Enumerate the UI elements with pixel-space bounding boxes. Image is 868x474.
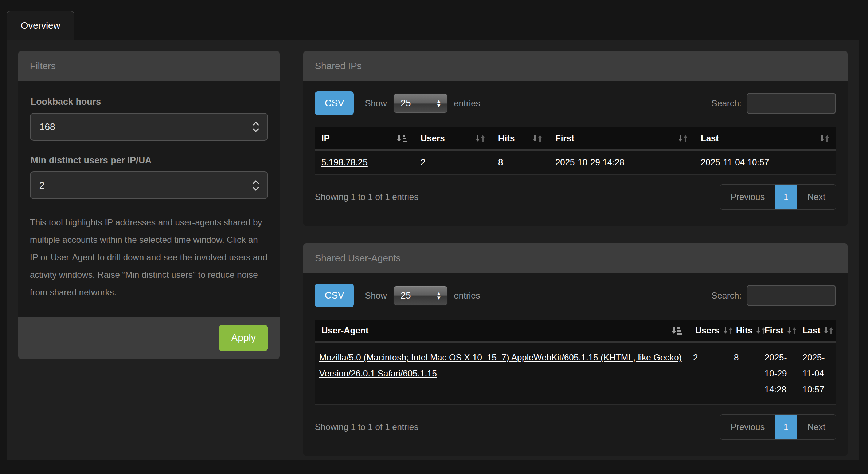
previous-button[interactable]: Previous	[720, 415, 775, 439]
lookback-hours-input[interactable]	[31, 121, 252, 133]
min-users-stepper[interactable]	[252, 180, 259, 191]
overview-panel: Filters Lookback hours Min distinct user…	[7, 40, 859, 460]
lookback-hours-stepper[interactable]	[252, 121, 259, 133]
col-header-last[interactable]: Last	[798, 320, 836, 342]
shared-uas-pagination: Previous 1 Next	[720, 414, 836, 440]
first-cell: 2025-10-29 14:28	[760, 342, 798, 404]
last-cell: 2025-11-04 10:57	[798, 342, 836, 404]
shared-uas-controls: CSV Show 25 ▲▼ entries Search:	[315, 284, 836, 307]
min-users-label: Min distinct users per IP/UA	[31, 155, 268, 166]
shared-ips-card-title: Shared IPs	[303, 51, 848, 81]
sort-icon	[823, 326, 833, 335]
select-arrows-icon: ▲▼	[436, 291, 442, 300]
sort-icon	[786, 326, 797, 335]
sort-icon	[723, 326, 733, 335]
chevron-down-icon	[252, 128, 259, 133]
show-label: Show	[365, 291, 387, 301]
hits-cell: 8	[492, 150, 549, 174]
col-header-users[interactable]: Users	[414, 127, 492, 150]
col-header-first[interactable]: First	[549, 127, 694, 150]
shared-uas-table: User-Agent Users Hits First Last Mozilla…	[315, 320, 836, 405]
next-button[interactable]: Next	[797, 185, 836, 209]
min-users-input[interactable]	[31, 180, 252, 191]
last-cell: 2025-11-04 10:57	[694, 150, 836, 174]
search-label: Search:	[711, 291, 742, 301]
lookback-hours-label: Lookback hours	[31, 96, 268, 107]
filters-card-footer: Apply	[18, 317, 280, 359]
page-1-button[interactable]: 1	[775, 185, 797, 209]
shared-ips-controls: CSV Show 25 ▲▼ entries Search:	[315, 91, 836, 115]
chevron-up-icon	[252, 121, 259, 126]
chevron-down-icon	[252, 186, 259, 191]
sort-icon	[819, 134, 829, 143]
page-1-button[interactable]: 1	[775, 415, 797, 439]
shared-ips-card: Shared IPs CSV Show 25 ▲▼ entries Search…	[303, 51, 848, 226]
table-row: 5.198.78.25 2 8 2025-10-29 14:28 2025-11…	[315, 150, 836, 174]
entries-label: entries	[454, 98, 480, 108]
tab-bar: Overview	[0, 0, 868, 40]
sort-desc-icon	[670, 326, 682, 335]
sort-icon	[532, 134, 542, 143]
sort-icon	[475, 134, 485, 143]
filters-card-title: Filters	[18, 51, 280, 81]
users-cell: 2	[689, 342, 730, 404]
next-button[interactable]: Next	[797, 415, 836, 439]
shared-uas-card: Shared User-Agents CSV Show 25 ▲▼ entrie…	[303, 243, 848, 456]
shared-ips-pagination: Previous 1 Next	[720, 184, 836, 210]
users-cell: 2	[414, 150, 492, 174]
col-header-first[interactable]: First	[760, 320, 798, 342]
lookback-hours-field	[30, 113, 268, 141]
col-header-users[interactable]: Users	[689, 320, 730, 342]
col-header-last[interactable]: Last	[694, 127, 836, 150]
ip-link[interactable]: 5.198.78.25	[321, 157, 368, 167]
previous-button[interactable]: Previous	[720, 185, 775, 209]
tab-overview[interactable]: Overview	[7, 11, 74, 40]
filters-help-text: This tool highlights IP addresses and us…	[30, 214, 268, 301]
user-agent-link[interactable]: Mozilla/5.0 (Macintosh; Intel Mac OS X 1…	[319, 352, 682, 378]
select-arrows-icon: ▲▼	[436, 99, 442, 108]
tab-overview-label: Overview	[21, 20, 60, 31]
col-header-hits[interactable]: Hits	[730, 320, 760, 342]
search-label: Search:	[711, 98, 742, 108]
show-label: Show	[365, 98, 387, 108]
page-size-value: 25	[401, 98, 436, 108]
shared-ips-table: IP Users Hits First Last 5.198.78.25 2	[315, 127, 836, 175]
page-size-value: 25	[401, 290, 436, 301]
min-users-field	[30, 171, 268, 199]
shared-ips-page-size-select[interactable]: 25 ▲▼	[393, 93, 448, 114]
sort-desc-icon	[396, 134, 407, 143]
col-header-user-agent[interactable]: User-Agent	[315, 320, 689, 342]
first-cell: 2025-10-29 14:28	[549, 150, 694, 174]
shared-uas-search-input[interactable]	[747, 285, 836, 306]
entries-label: entries	[454, 291, 480, 301]
hits-cell: 8	[730, 342, 760, 404]
shared-ips-info: Showing 1 to 1 of 1 entries	[315, 192, 418, 202]
filters-card: Filters Lookback hours Min distinct user…	[18, 51, 280, 359]
apply-button[interactable]: Apply	[219, 325, 268, 351]
shared-uas-csv-button[interactable]: CSV	[315, 284, 354, 307]
table-row: Mozilla/5.0 (Macintosh; Intel Mac OS X 1…	[315, 342, 836, 404]
col-header-hits[interactable]: Hits	[492, 127, 549, 150]
shared-uas-page-size-select[interactable]: 25 ▲▼	[393, 285, 448, 306]
col-header-ip[interactable]: IP	[315, 127, 414, 150]
shared-ips-csv-button[interactable]: CSV	[315, 91, 354, 115]
shared-ips-search-input[interactable]	[747, 93, 836, 114]
shared-uas-card-title: Shared User-Agents	[303, 243, 848, 273]
shared-uas-info: Showing 1 to 1 of 1 entries	[315, 422, 418, 432]
sort-icon	[677, 134, 688, 143]
chevron-up-icon	[252, 180, 259, 185]
